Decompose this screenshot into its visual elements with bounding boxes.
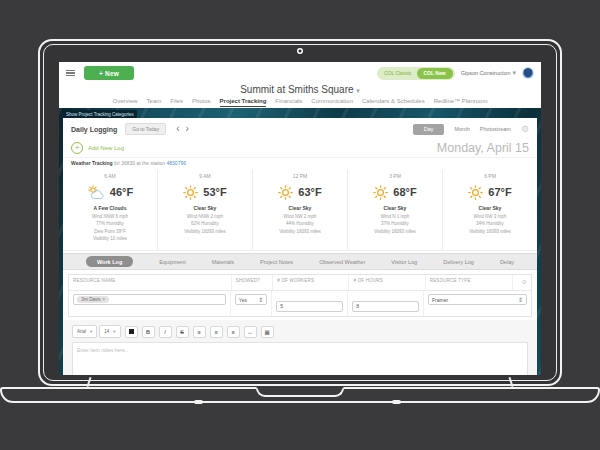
weather-card: 9 AM 53°F bbox=[157, 170, 252, 250]
tab-delivery-log[interactable]: Delivery Log bbox=[443, 259, 474, 265]
tab-observed-weather[interactable]: Observed Weather bbox=[319, 259, 365, 265]
tab-calendars-schedules[interactable]: Calendars & Schedules bbox=[362, 98, 425, 104]
showed-select[interactable]: Yes ⇕ bbox=[235, 294, 267, 305]
tab-equipment[interactable]: Equipment bbox=[159, 259, 185, 265]
chevron-right-icon[interactable]: › bbox=[186, 125, 189, 133]
notes-textarea[interactable]: Enter item notes here... bbox=[72, 342, 528, 375]
gear-icon[interactable]: ⚙ bbox=[521, 279, 527, 285]
view-month-button[interactable]: Month bbox=[454, 126, 469, 132]
tab-overview[interactable]: Overview bbox=[113, 98, 138, 104]
weather-details: Wind NW 3 mph 34% Humidity Visibility 16… bbox=[443, 213, 537, 235]
daily-logging-toolbar: Daily Logging Go to Today ‹ › Day Month … bbox=[63, 118, 537, 138]
form-header-row: RESOURCE NAME SHOWED? # OF WORKERS # OF … bbox=[69, 275, 531, 291]
weather-condition: A Few Clouds bbox=[63, 205, 157, 211]
new-button[interactable]: + New bbox=[84, 66, 134, 80]
caret-down-icon: ▾ bbox=[113, 329, 115, 335]
resource-name-field[interactable]: Jim Davis× bbox=[73, 294, 226, 305]
view-switcher: Day Month Photostream ⚙ bbox=[413, 124, 529, 135]
close-icon[interactable]: × bbox=[103, 297, 106, 302]
notes-editor: Arial ▾ 14 ▾ B I S ≡ ≡ ≡ bbox=[63, 320, 537, 375]
indent-icon[interactable]: ≡ bbox=[227, 326, 240, 338]
col-classic-toggle[interactable]: COL Classic bbox=[379, 68, 417, 78]
work-log-form: RESOURCE NAME SHOWED? # OF WORKERS # OF … bbox=[68, 274, 532, 317]
weather-grid: 6 AM bbox=[63, 170, 537, 251]
chevron-left-icon[interactable]: ‹ bbox=[176, 125, 179, 133]
view-day-button[interactable]: Day bbox=[413, 124, 445, 135]
view-photostream-button[interactable]: Photostream bbox=[480, 126, 511, 132]
section-title: Daily Logging bbox=[71, 126, 117, 133]
page-title[interactable]: Summit at Smiths Square bbox=[240, 84, 353, 95]
chevron-down-icon: ▾ bbox=[512, 69, 516, 77]
sun-icon bbox=[183, 185, 198, 200]
numbered-list-icon[interactable]: ≡ bbox=[210, 326, 223, 338]
form-input-row: Jim Davis× Yes ⇕ bbox=[69, 291, 531, 316]
tab-project-tracking[interactable]: Project Tracking bbox=[220, 98, 267, 107]
col-showed: SHOWED? bbox=[231, 275, 273, 290]
top-bar-right: COL Classic COL New Gipson Construction … bbox=[377, 67, 534, 80]
weather-card: 6 PM 67°F bbox=[442, 170, 537, 250]
plus-circle-icon[interactable]: + bbox=[71, 142, 83, 154]
temperature-value: 67°F bbox=[488, 186, 511, 198]
temperature-value: 63°F bbox=[298, 186, 321, 198]
bullet-list-icon[interactable]: ≡ bbox=[193, 326, 206, 338]
tab-communication[interactable]: Communication bbox=[311, 98, 353, 104]
gear-icon[interactable]: ⚙ bbox=[521, 125, 529, 134]
weather-details: Wind NNW 2 mph 62% Humidity Visibility 1… bbox=[158, 213, 252, 235]
tab-files[interactable]: Files bbox=[170, 98, 183, 104]
table-icon[interactable]: ▦ bbox=[261, 326, 274, 338]
tab-financials[interactable]: Financials bbox=[275, 98, 302, 104]
bold-button[interactable]: B bbox=[142, 326, 155, 338]
show-categories-button[interactable]: Show Project Tracking Categories bbox=[63, 110, 137, 118]
laptop-foot-right bbox=[392, 400, 401, 404]
col-resource-type: RESOURCE TYPE bbox=[425, 275, 513, 290]
hours-input[interactable] bbox=[352, 301, 419, 312]
weather-details: Wind NW 2 mph 44% Humidity Visibility 16… bbox=[253, 213, 347, 235]
webcam-icon bbox=[297, 48, 303, 54]
add-new-log-button[interactable]: Add New Log bbox=[88, 145, 124, 151]
station-link[interactable]: 4830796 bbox=[167, 160, 186, 166]
font-size-select[interactable]: 14 ▾ bbox=[99, 325, 120, 338]
company-menu[interactable]: Gipson Construction ▾ bbox=[461, 69, 516, 77]
weather-condition: Clear Sky bbox=[158, 205, 252, 211]
weather-time: 12 PM bbox=[253, 173, 347, 179]
tab-project-notes[interactable]: Project Notes bbox=[260, 259, 293, 265]
editor-toolbar: Arial ▾ 14 ▾ B I S ≡ ≡ ≡ bbox=[72, 325, 528, 338]
caret-down-icon: ▾ bbox=[90, 329, 92, 335]
hamburger-menu-icon[interactable] bbox=[66, 70, 75, 77]
go-to-today-button[interactable]: Go to Today bbox=[125, 123, 166, 135]
tab-visitor-log[interactable]: Visitor Log bbox=[391, 259, 417, 265]
tab-materials[interactable]: Materials bbox=[212, 259, 234, 265]
weather-condition: Clear Sky bbox=[348, 205, 442, 211]
weather-card: 12 PM 63°F bbox=[252, 170, 347, 250]
italic-button[interactable]: I bbox=[159, 326, 172, 338]
avatar[interactable] bbox=[522, 67, 534, 79]
tab-team[interactable]: Team bbox=[147, 98, 162, 104]
font-family-select[interactable]: Arial ▾ bbox=[72, 325, 97, 338]
top-app-bar: + New COL Classic COL New Gipson Constru… bbox=[59, 62, 541, 84]
stepper-icon: ⇕ bbox=[518, 297, 523, 303]
tab-redline-planroom[interactable]: Redline™ Planroom bbox=[434, 98, 488, 104]
laptop-notch bbox=[256, 387, 344, 397]
col-workers: # OF WORKERS bbox=[272, 275, 348, 290]
sun-cloud-icon bbox=[87, 185, 105, 200]
laptop-base bbox=[0, 387, 600, 403]
resource-type-select[interactable]: Framer ⇕ bbox=[428, 294, 527, 305]
weather-time: 6 PM bbox=[443, 173, 537, 179]
weather-time: 9 AM bbox=[158, 173, 252, 179]
weather-condition: Clear Sky bbox=[253, 205, 347, 211]
workers-input[interactable] bbox=[276, 301, 343, 312]
tab-photos[interactable]: Photos bbox=[192, 98, 211, 104]
link-icon[interactable]: ↔ bbox=[244, 326, 257, 338]
temperature-value: 68°F bbox=[393, 186, 416, 198]
ocean-banner-background: Show Project Tracking Categories Daily L… bbox=[59, 108, 541, 375]
text-color-button[interactable] bbox=[125, 326, 138, 338]
sun-icon bbox=[373, 185, 388, 200]
tab-delay[interactable]: Delay bbox=[500, 259, 514, 265]
weather-tracking-for-text: for 36830 at the station bbox=[114, 160, 165, 166]
daily-logging-card: Daily Logging Go to Today ‹ › Day Month … bbox=[63, 118, 537, 375]
tab-work-log[interactable]: Work Log bbox=[86, 256, 133, 267]
strikethrough-button[interactable]: S bbox=[176, 326, 189, 338]
col-new-toggle[interactable]: COL New bbox=[417, 68, 453, 79]
weather-tracking-heading: Weather Tracking for 36830 at the statio… bbox=[63, 157, 537, 170]
log-tabbar: Work Log Equipment Materials Project Not… bbox=[63, 253, 537, 270]
